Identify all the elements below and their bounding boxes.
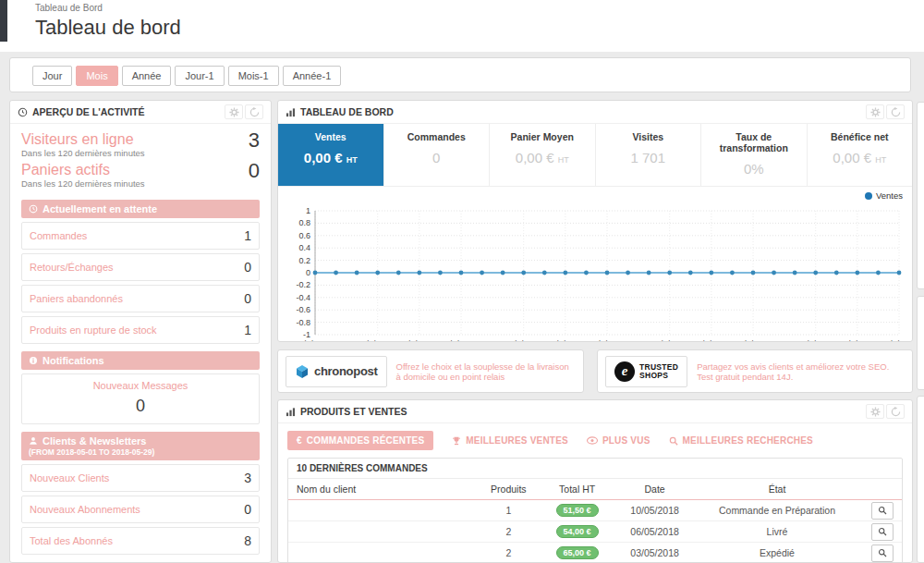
legend-label: Ventes — [876, 190, 903, 201]
online-visitors-label[interactable]: Visiteurs en ligne — [21, 131, 249, 148]
order-products-count: 2 — [476, 547, 541, 558]
svg-text:15/5/2018: 15/5/2018 — [589, 339, 626, 342]
kpi-value: 0 — [432, 150, 440, 165]
active-carts-label[interactable]: Paniers actifs — [21, 162, 249, 178]
order-total-badge: 65,00 € — [556, 546, 599, 559]
tab-commandes-recentes[interactable]: € COMMANDES RÉCENTES — [287, 431, 433, 450]
trusted-shops-text-2: SHOPS — [639, 371, 668, 380]
active-carts-value: 0 — [249, 162, 260, 180]
clients-row[interactable]: Total des Abonnés 8 — [21, 527, 260, 555]
refresh-icon[interactable] — [245, 104, 263, 119]
kpi-panier-moyen[interactable]: Panier Moyen 0,00 € HT — [490, 124, 596, 186]
order-row[interactable]: 1 51,50 € 10/05/2018 Commande en Prépara… — [288, 500, 902, 521]
kpi-label: Taux de transformation — [705, 131, 803, 153]
order-date: 03/05/2018 — [613, 547, 696, 558]
pending-row[interactable]: Paniers abandonnés 0 — [21, 285, 260, 312]
order-row[interactable]: 2 54,00 € 06/05/2018 Livré — [288, 521, 902, 543]
row-value: 1 — [244, 228, 251, 243]
tab-meilleures-ventes[interactable]: MEILLEURES VENTES — [452, 435, 568, 446]
activity-panel-header: APERÇU DE L'ACTIVITÉ — [10, 101, 271, 124]
row-label[interactable]: Paniers abandonnés — [30, 293, 244, 304]
products-panel-header: PRODUITS ET VENTES — [278, 400, 912, 423]
breadcrumb[interactable]: Tableau de Bord — [35, 3, 103, 13]
filter-year-button[interactable]: Année — [122, 66, 172, 86]
activity-panel-title: APERÇU DE L'ACTIVITÉ — [32, 106, 145, 117]
trusted-shops-e-icon: e — [614, 361, 635, 382]
filter-day-button[interactable]: Jour — [32, 66, 72, 86]
kpi-value: 0% — [744, 161, 764, 177]
refresh-icon[interactable] — [886, 104, 905, 119]
tab-meilleures-recherches[interactable]: MEILLEURES RECHERCHES — [669, 435, 813, 446]
pending-row[interactable]: Retours/Échanges 0 — [21, 253, 260, 281]
active-carts-metric: Paniers actifs Dans les 120 dernières mi… — [21, 162, 260, 192]
chronopost-ad[interactable]: chronopost Offrez le choix et la souples… — [277, 349, 584, 393]
dashboard-panel: TABLEAU DE BORD Ventes 0,00 € HT Command… — [277, 100, 913, 342]
row-value: 0 — [244, 260, 251, 275]
filter-month-button[interactable]: Mois — [76, 66, 117, 86]
table-header-row: Nom du client Produits Total HT Date Éta… — [288, 479, 902, 500]
messages-label[interactable]: Nouveaux Messages — [30, 380, 251, 391]
kpi-unit: HT — [558, 155, 569, 165]
clients-section-title: Clients & Newsletters — [43, 435, 146, 447]
view-order-button[interactable] — [871, 523, 894, 541]
tab-label: MEILLEURES VENTES — [466, 435, 568, 446]
clients-row[interactable]: Nouveaux Abonnements 0 — [21, 496, 260, 523]
kpi-visites[interactable]: Visites 1 701 — [596, 124, 702, 186]
kpi-value: 1 701 — [630, 150, 665, 165]
pending-row[interactable]: Commandes 1 — [21, 222, 260, 250]
kpi-unit: HT — [346, 155, 358, 165]
notifications-section-header: Notifications — [21, 351, 260, 370]
activity-overview-panel: APERÇU DE L'ACTIVITÉ Visiteurs en ligne … — [9, 100, 272, 563]
clients-row[interactable]: Nouveaux Clients 3 — [21, 464, 260, 492]
tab-label: COMMANDES RÉCENTES — [307, 435, 425, 446]
svg-text:0.4: 0.4 — [298, 243, 310, 252]
sidebar-edge — [0, 0, 7, 42]
row-label[interactable]: Produits en rupture de stock — [30, 324, 244, 336]
active-carts-sub: Dans les 120 dernières minutes — [21, 178, 249, 189]
kpi-commandes[interactable]: Commandes 0 — [384, 124, 491, 186]
kpi-ventes[interactable]: Ventes 0,00 € HT — [278, 124, 384, 186]
row-label[interactable]: Total des Abonnés — [30, 535, 244, 546]
online-visitors-value: 3 — [249, 131, 260, 150]
svg-text:27/5/2018: 27/5/2018 — [839, 339, 876, 342]
dashboard-panel-header: TABLEAU DE BORD — [278, 101, 912, 124]
row-label[interactable]: Nouveaux Abonnements — [30, 504, 244, 515]
order-total-badge: 51,50 € — [556, 504, 599, 517]
view-order-button[interactable] — [871, 502, 894, 520]
clock-circle-icon — [18, 107, 28, 117]
eye-icon — [587, 436, 598, 445]
order-row[interactable]: 2 65,00 € 03/05/2018 Expédié — [288, 543, 902, 563]
trusted-shops-ad-text[interactable]: Partagez vos avis clients et améliorez v… — [697, 361, 905, 382]
filter-month-1-button[interactable]: Mois-1 — [228, 66, 279, 86]
chart-legend[interactable]: Ventes — [865, 190, 903, 201]
kpi-taux-transformation[interactable]: Taux de transformation 0% — [701, 124, 808, 186]
row-label[interactable]: Commandes — [30, 230, 244, 241]
filter-year-1-button[interactable]: Année-1 — [283, 66, 342, 86]
time-filter-buttons: Jour Mois Année Jour-1 Mois-1 Année-1 — [32, 66, 341, 86]
kpi-benefice-net[interactable]: Bénéfice net 0,00 € HT — [808, 124, 913, 186]
chronopost-ad-text[interactable]: Offrez le choix et la souplesse de la li… — [396, 361, 577, 382]
svg-text:13/5/2018: 13/5/2018 — [547, 339, 584, 342]
order-total-badge: 54,00 € — [556, 525, 599, 538]
svg-text:0: 0 — [306, 268, 310, 277]
row-label[interactable]: Nouveaux Clients — [30, 472, 244, 483]
tab-plus-vus[interactable]: PLUS VUS — [587, 435, 650, 446]
row-value: 3 — [244, 471, 251, 485]
gear-icon[interactable] — [866, 404, 884, 419]
svg-text:11/5/2018: 11/5/2018 — [505, 339, 541, 342]
pending-row[interactable]: Produits en rupture de stock 1 — [21, 316, 260, 344]
filter-day-1-button[interactable]: Jour-1 — [175, 66, 224, 86]
pending-section-header: Actuellement en attente — [21, 200, 260, 218]
online-visitors-metric: Visiteurs en ligne Dans les 120 dernière… — [21, 131, 260, 162]
gear-icon[interactable] — [866, 104, 884, 119]
trusted-shops-ad[interactable]: e TRUSTEDSHOPS Partagez vos avis clients… — [597, 349, 913, 393]
svg-text:1: 1 — [306, 206, 310, 215]
row-label[interactable]: Retours/Échanges — [30, 262, 244, 273]
gear-icon[interactable] — [225, 104, 243, 119]
kpi-value: 0,00 € — [304, 150, 343, 165]
view-order-button[interactable] — [871, 545, 894, 562]
svg-text:18/5/2018: 18/5/2018 — [651, 339, 688, 342]
svg-text:0.6: 0.6 — [298, 231, 310, 240]
refresh-icon[interactable] — [886, 404, 905, 419]
messages-box[interactable]: Nouveaux Messages 0 — [21, 373, 260, 424]
